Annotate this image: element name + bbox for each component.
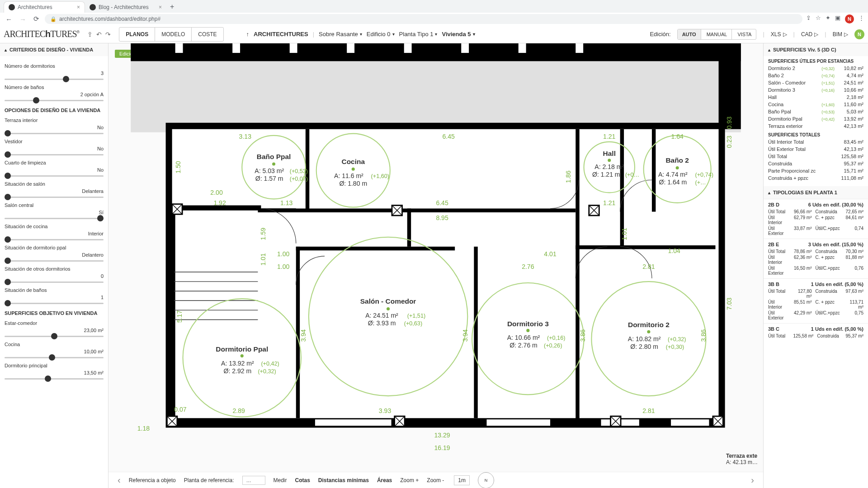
forward-icon[interactable]: → [18,14,28,24]
salon-cent-slider[interactable] [5,218,104,219]
btn-areas[interactable]: Áreas [377,477,392,483]
estar-val: 23,00 m² [5,328,104,333]
svg-text:Baño 2: Baño 2 [665,156,689,164]
bc-vivienda[interactable]: Vivienda 5▾ [442,31,475,38]
breadcrumb: ↑ ARCHITECHTURES | Sobre Rasante▾ Edific… [246,31,475,38]
nBaths-slider[interactable] [5,100,104,101]
tab-coste[interactable]: COSTE [192,28,223,41]
btn-zoom-out[interactable]: Zoom - [427,477,444,483]
browser-tab-inactive[interactable]: Blog - Architechtures × [85,2,166,13]
svg-text:Baño Ppal: Baño Ppal [257,153,291,160]
svg-text:(+1,51): (+1,51) [407,313,425,319]
svg-text:Ø: 2.80 m: Ø: 2.80 m [630,343,658,350]
ref-object[interactable]: Referencia a objeto [129,477,176,483]
svg-text:0.07: 0.07 [174,406,187,413]
close-icon[interactable]: × [159,4,162,10]
btn-auto[interactable]: AUTO [678,29,701,39]
cocina-slider[interactable] [5,357,104,358]
typology-block: 3B C1 Uds en edif. (5,00 %)Útil Total125… [764,323,868,341]
svg-text:3.94: 3.94 [462,329,469,342]
svg-text:3.86: 3.86 [700,329,707,342]
export-cad[interactable]: CAD▷ [801,31,818,38]
nBedrooms-slider[interactable] [5,79,104,80]
surfaces-header[interactable]: ▴SUPERFICIES Viv. 5 (3D C) [764,43,868,56]
svg-text:6.45: 6.45 [442,133,455,140]
banos-sit-slider[interactable] [5,303,104,304]
tab-planos[interactable]: PLANOS [119,28,155,41]
new-tab-button[interactable]: + [166,1,178,13]
bc-planta[interactable]: Planta Tipo 1▾ [399,31,438,38]
cocina-sit-slider[interactable] [5,239,104,240]
svg-text:1.13: 1.13 [280,199,293,206]
reload-icon[interactable]: ⟳ [32,14,41,24]
otros-dorm-slider[interactable] [5,282,104,283]
nBaths-val: 2 opción A [5,92,104,97]
svg-text:A: 10.82 m²: A: 10.82 m² [628,335,661,343]
up-icon[interactable]: ↑ [246,31,250,38]
limpieza-slider[interactable] [5,175,104,177]
share-icon[interactable]: ⇪ [806,14,811,23]
svg-text:13.29: 13.29 [434,432,450,439]
bc-root[interactable]: ARCHITECHTURES [254,31,308,38]
url-text: architechtures.com/dashboard/editor.php# [59,16,160,22]
profile-avatar[interactable]: N [845,14,854,23]
total-row: Construida95,37 m² [764,160,868,167]
btn-cotas[interactable]: Cotas [295,477,310,483]
dormp-slider[interactable] [5,378,104,380]
salon-sit-slider[interactable] [5,197,104,198]
prev-icon[interactable]: ‹ [118,475,121,485]
url-bar[interactable]: 🔒 architechtures.com/dashboard/editor.ph… [45,14,802,24]
typology-block: 2B D6 Uds en edif. (30,00 %)Útil Total96… [764,199,868,239]
svg-text:1.01: 1.01 [621,228,628,240]
banos-sit-label: Situación de baños [5,287,104,293]
menu-icon[interactable]: ⋮ [859,14,864,23]
btn-manual[interactable]: MANUAL [702,29,732,39]
compass-icon[interactable]: N [478,472,494,488]
back-icon[interactable]: ← [4,14,14,24]
terraza-slider[interactable] [5,133,104,134]
bc-rasante[interactable]: Sobre Rasante▾ [319,31,362,38]
svg-text:1.92: 1.92 [213,199,226,206]
bookmark-icon[interactable]: ☆ [816,14,821,23]
vestidor-label: Vestidor [5,139,104,144]
svg-point-95 [387,307,390,310]
svg-point-73 [272,163,275,166]
panel-icon[interactable]: ▣ [835,14,840,23]
extensions-icon[interactable]: ✦ [826,14,830,23]
svg-rect-10 [576,43,583,53]
svg-text:5.17: 5.17 [176,310,183,323]
btn-dist[interactable]: Distancias mínimas [318,477,369,483]
criteria-header[interactable]: ▴CRITERIOS DE DISEÑO - VIVIENDA [0,43,108,56]
tab-modelo[interactable]: MODELO [155,28,192,41]
estar-slider[interactable] [5,336,104,337]
svg-text:Salón - Comedor: Salón - Comedor [360,297,416,305]
btn-medir[interactable]: Medir [274,477,287,483]
svg-text:Dormitorio 2: Dormitorio 2 [628,321,670,328]
salon-sit-val: Delantera [5,188,104,194]
export-xls[interactable]: XLS▷ [771,31,787,38]
app-avatar[interactable]: N [854,29,864,39]
svg-text:(+0,30): (+0,30) [666,344,684,350]
svg-text:1.18: 1.18 [137,425,150,432]
svg-text:1.59: 1.59 [259,228,267,240]
btn-zoom-in[interactable]: Zoom + [400,477,419,483]
dorm-ppal-val: Delantero [5,252,104,258]
export-bim[interactable]: BIM▷ [833,31,848,38]
dormp-label: Dormitorio principal [5,363,104,368]
favicon-icon [9,4,15,10]
typologies-header[interactable]: ▴TIPOLOGIAS EN PLANTA 1 [764,186,868,199]
ref-planta-select[interactable]: … [242,476,265,485]
vestidor-slider[interactable] [5,154,104,155]
svg-text:4.01: 4.01 [544,250,557,258]
undo-icon[interactable]: ↶ [96,31,102,38]
dorm-ppal-slider[interactable] [5,260,104,262]
redo-icon[interactable]: ↷ [105,31,111,38]
next-icon[interactable]: › [751,475,754,485]
svg-point-113 [241,354,244,357]
btn-vista[interactable]: VISTA [733,29,756,39]
close-icon[interactable]: × [77,4,80,10]
browser-tab-active[interactable]: Architechtures × [4,1,85,13]
floorplan-canvas[interactable]: Edición Multivivienda [108,43,763,488]
bc-edificio[interactable]: Edificio 0▾ [367,31,395,38]
upload-icon[interactable]: ⇪ [87,31,93,38]
